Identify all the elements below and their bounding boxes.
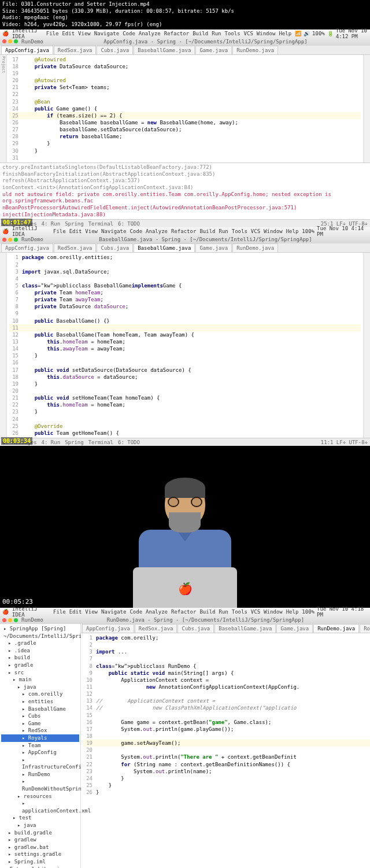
code-line[interactable]: 20 @Autowired (9, 77, 361, 84)
menu-item[interactable]: View (85, 609, 98, 615)
minimize-button[interactable] (8, 618, 12, 622)
code-line[interactable]: 19 (9, 70, 361, 77)
code-line[interactable]: 12 public BaseballGame(Team homeTeam, Te… (9, 331, 361, 338)
menu-item[interactable]: VCS (251, 228, 260, 234)
tab-redsox[interactable]: RedSox.java (54, 46, 97, 54)
tree-item[interactable]: ▸ Game (1, 720, 79, 727)
tree-item[interactable]: ▸ gradlew (1, 836, 79, 844)
code-line[interactable]: 25 @Override (9, 423, 361, 430)
menu-item[interactable]: Tools (225, 31, 240, 36)
tree-item[interactable]: ▸ build (1, 654, 79, 662)
menu-item[interactable]: Analyze (146, 609, 168, 615)
code-line[interactable]: 31 (9, 154, 361, 161)
tree-item[interactable]: ▸ entities (1, 698, 79, 706)
tab[interactable]: BaseballGame.java (134, 243, 195, 252)
tree-item[interactable]: ▸ InfrastructureConfig (1, 756, 79, 771)
clock[interactable]: Tue Nov 10 4:18 PM (317, 606, 368, 618)
menu-item[interactable]: Edit (69, 609, 82, 615)
volume-icon[interactable]: 🔊 (304, 31, 310, 36)
code-line[interactable]: 10 ApplicationContext context = (83, 677, 370, 684)
code-line[interactable]: 11 new AnnotationConfigApplicationContex… (83, 684, 370, 690)
sb-spring[interactable]: Spring (65, 221, 84, 227)
clock[interactable]: Tue Nov 10 4:14 PM (317, 226, 368, 237)
menu-item[interactable]: Analyze (146, 228, 168, 234)
tab[interactable]: RunDemo.java (313, 624, 359, 633)
menu-item[interactable]: Build (199, 228, 215, 234)
maximize-button[interactable] (14, 618, 18, 622)
sb-item[interactable]: 4: Run (42, 439, 61, 445)
code-editor[interactable]: 1package com.oreilly.entities;23import j… (0, 253, 370, 438)
code-line[interactable]: 19 } (9, 381, 361, 387)
code-line[interactable]: 27 baseballGame.setDataSource(dataSource… (9, 126, 361, 133)
sb-item[interactable]: Spring (65, 439, 84, 445)
tab[interactable]: RunDemo.java (232, 243, 278, 252)
menu-item[interactable]: File (46, 31, 59, 36)
code-line[interactable]: 24 } (83, 775, 370, 782)
menu-item[interactable]: Refactor (171, 609, 196, 615)
menu-item[interactable]: Run (212, 31, 221, 36)
code-line[interactable]: 20 (83, 747, 370, 754)
code-line[interactable]: 24 (9, 416, 361, 423)
tab[interactable]: Game.java (195, 243, 232, 252)
tree-item[interactable]: ▸ java (1, 822, 79, 829)
menu-item[interactable]: Help (286, 228, 299, 234)
code-line[interactable]: 17 @Autowired (9, 56, 361, 63)
code-line[interactable]: 9 (9, 310, 361, 317)
code-line[interactable]: 17 System.out.println(game.playGame()); (83, 726, 370, 733)
code-line[interactable]: 26 public Team getHomeTeam() { (9, 430, 361, 437)
menu-item[interactable]: Edit (69, 228, 82, 234)
tab[interactable]: RedSox.java (135, 624, 177, 633)
code-line[interactable]: 3import ... (83, 648, 370, 655)
tree-item[interactable]: ▸ Spring.iml (1, 858, 79, 866)
tab-game[interactable]: Game.java (195, 46, 232, 54)
code-line[interactable]: 7 (83, 655, 370, 662)
tab[interactable]: Cubs.java (177, 624, 214, 633)
close-button[interactable] (2, 39, 6, 43)
project-tree[interactable]: ▸ SpringApp [Spring] ~/Documents/Intelli… (0, 624, 81, 868)
sb-terminal[interactable]: Terminal (88, 221, 113, 227)
right-gutter[interactable] (363, 253, 370, 438)
code-line[interactable]: 2 (9, 261, 361, 268)
run-console[interactable]: ctory.preInstantiateSingletons(DefaultLi… (0, 162, 370, 220)
code-line[interactable]: 23 System.out.println(name); (83, 768, 370, 775)
battery-icon[interactable]: 🔋 (327, 31, 334, 36)
tree-item[interactable]: ▸ AppConfig (1, 749, 79, 756)
tree-item[interactable]: ▸ build.gradle (1, 829, 79, 837)
menu-item[interactable]: Code (130, 228, 142, 234)
code-editor[interactable]: Project 17 @Autowired18 private DataSour… (0, 55, 370, 162)
code-line[interactable]: 14// new ClassPathXmlApplicationContext(… (83, 704, 370, 711)
tab[interactable]: RedSox.java (54, 243, 97, 252)
menu-item[interactable]: Build (199, 609, 215, 615)
code-line[interactable]: 13 this.homeTeam = homeTeam; (9, 338, 361, 345)
code-line[interactable]: 19 game.setAwayTeam(); (83, 740, 370, 747)
code-line[interactable]: 12 (83, 690, 370, 697)
menu-item[interactable]: Refactor (171, 228, 196, 234)
code-line[interactable]: 21 public void setHomeTeam(Team homeTeam… (9, 394, 361, 401)
tree-item[interactable]: ▸ applicationContext.xml (1, 800, 79, 814)
code-line[interactable]: 5class="kw">public class BaseballGame im… (9, 282, 361, 289)
code-line[interactable]: 26} (83, 789, 370, 796)
code-line[interactable]: 6 private Team homeTeam; (9, 289, 361, 296)
left-gutter[interactable] (0, 253, 7, 438)
code-editor[interactable]: 1package com.oreilly;23import ...78class… (81, 633, 370, 797)
menu-item[interactable]: Navigate (94, 31, 119, 36)
tree-item[interactable]: ▸ gradle (1, 662, 79, 669)
apple-icon[interactable]: 🍎 (2, 609, 9, 615)
tree-item[interactable]: ▸ .gradle (1, 640, 79, 647)
tree-item[interactable]: ▸ RunDemo (1, 771, 79, 778)
minimize-button[interactable] (8, 39, 12, 43)
code-line[interactable]: 9 public static void main(String[] args)… (83, 670, 370, 677)
code-line[interactable]: 20 (9, 387, 361, 394)
tab-rundemo[interactable]: RunDemo.java (232, 46, 278, 54)
menu-item[interactable]: VCS (244, 31, 253, 36)
maximize-button[interactable] (14, 238, 18, 242)
code-line[interactable]: 21 System.out.println("There are " + con… (83, 754, 370, 760)
tab-appconfig[interactable]: AppConfig.java (1, 46, 53, 54)
menu-item[interactable]: Code (123, 31, 135, 36)
app-name[interactable]: IntelliJ IDEA (12, 226, 50, 237)
code-line[interactable]: 2 (83, 641, 370, 648)
code-line[interactable]: 7 private Team awayTeam; (9, 296, 361, 303)
maximize-button[interactable] (14, 39, 18, 43)
code-line[interactable]: 22 this.homeTeam = homeTeam; (9, 401, 361, 408)
code-line[interactable]: 1package com.oreilly.entities; (9, 254, 361, 261)
